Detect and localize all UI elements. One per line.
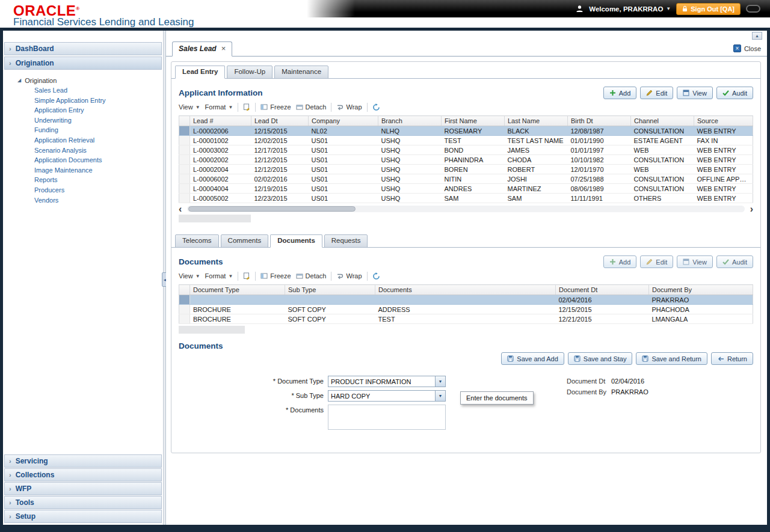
edit-button[interactable]: Edit: [640, 87, 673, 99]
oval-toggle-icon[interactable]: [746, 5, 760, 13]
column-header-company[interactable]: Company: [309, 116, 378, 126]
column-header-last-name[interactable]: Last Name: [505, 116, 568, 126]
tab-sales-lead[interactable]: Sales Lead ×: [172, 41, 232, 57]
column-header-document-type[interactable]: Document Type: [190, 285, 285, 295]
docs-refresh-icon[interactable]: [372, 272, 380, 280]
sub-type-select[interactable]: HARD COPY ▼: [328, 390, 446, 402]
scrollbar-thumb[interactable]: [188, 206, 356, 212]
close-button[interactable]: × Close: [733, 44, 761, 52]
docs-view-button[interactable]: View: [677, 255, 713, 268]
save-and-stay-button[interactable]: Save and Stay: [568, 352, 633, 365]
save-and-return-button[interactable]: Save and Return: [636, 352, 707, 365]
tab-requests[interactable]: Requests: [324, 234, 368, 248]
table-row[interactable]: L-0000200612/15/2015NL02NLHQROSEMARYBLAC…: [179, 126, 753, 136]
document-type-select[interactable]: PRODUCT INFORMATION ▼: [328, 376, 446, 387]
format-menu[interactable]: Format▼: [205, 103, 233, 111]
column-header-lead[interactable]: Lead #: [190, 116, 251, 126]
tree-expand-icon[interactable]: ◢: [17, 78, 21, 83]
docs-view-menu[interactable]: View▼: [179, 272, 200, 280]
table-row[interactable]: L-0000600202/02/2016US01USHQNITINJOSHI07…: [179, 174, 753, 184]
docs-format-menu[interactable]: Format▼: [205, 272, 233, 280]
sign-out-button[interactable]: Sign Out [QA]: [676, 3, 741, 15]
return-button[interactable]: Return: [711, 352, 753, 365]
column-header-document-by[interactable]: Document By: [649, 285, 753, 295]
row-selector[interactable]: [179, 305, 190, 314]
scroll-left-icon[interactable]: ‹: [179, 206, 182, 212]
sidebar-item-application-documents[interactable]: Application Documents: [3, 155, 163, 165]
table-row[interactable]: L-0000300212/17/2015US01USHQBONDJAMES01/…: [179, 145, 753, 155]
docs-add-button[interactable]: Add: [603, 255, 637, 268]
sidebar-item-funding[interactable]: Funding: [3, 125, 163, 135]
sidebar-item-image-maintenance[interactable]: Image Maintenance: [3, 165, 163, 176]
column-header-channel[interactable]: Channel: [631, 116, 694, 126]
sidebar-section-wfp[interactable]: › WFP: [4, 482, 162, 495]
export-icon[interactable]: [243, 103, 250, 111]
sidebar-section-collections[interactable]: › Collections: [4, 468, 162, 482]
row-selector[interactable]: [179, 314, 190, 324]
column-header-lead-dt[interactable]: Lead Dt: [251, 116, 309, 126]
sidebar-item-sales-lead[interactable]: Sales Lead: [3, 85, 163, 96]
detach-button[interactable]: Detach: [296, 103, 327, 111]
collapse-panel-button[interactable]: ▲: [752, 32, 762, 40]
column-header-birth-dt[interactable]: Birth Dt: [568, 116, 631, 126]
row-selector[interactable]: [179, 184, 190, 194]
docs-edit-button[interactable]: Edit: [640, 255, 673, 268]
row-selector[interactable]: [179, 295, 190, 305]
sidebar-item-producers[interactable]: Producers: [3, 185, 163, 195]
table-row[interactable]: BROCHURESOFT COPYTEST12/21/2015LMANGALA: [179, 314, 753, 324]
view-menu[interactable]: View▼: [179, 103, 200, 111]
sidebar-item-reports[interactable]: Reports: [3, 175, 163, 185]
tab-follow-up[interactable]: Follow-Up: [227, 66, 273, 79]
table-row[interactable]: L-0000200412/12/2015US01USHQBORENROBERT1…: [179, 165, 753, 174]
tree-node-origination[interactable]: ◢ Origination: [3, 75, 163, 85]
row-selector[interactable]: [179, 136, 190, 145]
table-row[interactable]: L-0000200212/12/2015US01USHQPHANINDRACHO…: [179, 155, 753, 165]
table-row[interactable]: 02/04/2016PRAKRRAO: [179, 295, 753, 305]
docs-export-icon[interactable]: [243, 272, 250, 280]
row-selector[interactable]: [179, 165, 190, 174]
row-selector[interactable]: [179, 174, 190, 184]
table-row[interactable]: BROCHURESOFT COPYADDRESS12/15/2015PHACHO…: [179, 305, 753, 314]
row-selector[interactable]: [179, 155, 190, 165]
docs-freeze-button[interactable]: Freeze: [260, 272, 291, 280]
wrap-button[interactable]: Wrap: [336, 103, 362, 111]
freeze-button[interactable]: Freeze: [260, 103, 291, 111]
sidebar-section-setup[interactable]: › Setup: [4, 510, 162, 523]
tab-lead-entry[interactable]: Lead Entry: [175, 66, 225, 79]
sidebar-section-dashboard[interactable]: › DashBoard: [4, 42, 162, 55]
docs-wrap-button[interactable]: Wrap: [336, 272, 362, 280]
sidebar-item-scenario-analysis[interactable]: Scenario Analysis: [3, 145, 163, 156]
refresh-icon[interactable]: [372, 103, 380, 111]
docs-detach-button[interactable]: Detach: [296, 272, 327, 280]
column-header-sub-type[interactable]: Sub Type: [285, 285, 375, 295]
scrollbar-track[interactable]: [187, 206, 744, 212]
sidebar-section-tools[interactable]: › Tools: [4, 496, 162, 509]
table-row[interactable]: L-0000100212/02/2015US01USHQTESTTEST LAS…: [179, 136, 753, 145]
tab-comments[interactable]: Comments: [221, 234, 269, 248]
column-header-first-name[interactable]: First Name: [442, 116, 505, 126]
sidebar-item-simple-application-entry[interactable]: Simple Application Entry: [3, 96, 163, 106]
audit-button[interactable]: Audit: [716, 87, 753, 99]
column-header-document-dt[interactable]: Document Dt: [556, 285, 649, 295]
column-header-branch[interactable]: Branch: [378, 116, 442, 126]
docs-audit-button[interactable]: Audit: [716, 255, 753, 268]
add-button[interactable]: Add: [603, 87, 637, 99]
documents-textarea[interactable]: [328, 405, 446, 430]
table-row[interactable]: L-0000500212/23/2015US01USHQSAMSAM11/11/…: [179, 194, 753, 203]
save-and-add-button[interactable]: Save and Add: [501, 352, 564, 365]
tab-maintenance[interactable]: Maintenance: [274, 66, 328, 79]
sidebar-item-underwriting[interactable]: Underwriting: [3, 115, 163, 126]
sidebar-item-vendors[interactable]: Vendors: [3, 195, 163, 206]
scroll-right-icon[interactable]: ›: [750, 206, 753, 212]
table-row[interactable]: L-0000400412/19/2015US01USHQANDRESMARTIN…: [179, 184, 753, 194]
tab-close-icon[interactable]: ×: [221, 46, 226, 52]
sidebar-section-servicing[interactable]: › Servicing: [4, 454, 162, 468]
sidebar-item-application-retrieval[interactable]: Application Retrieval: [3, 135, 163, 145]
column-header-documents[interactable]: Documents: [375, 285, 556, 295]
view-button[interactable]: View: [677, 87, 713, 99]
row-selector[interactable]: [179, 126, 190, 136]
tab-telecoms[interactable]: Telecoms: [175, 234, 219, 248]
user-menu[interactable]: Welcome, PRAKRRAO ▼: [589, 5, 671, 13]
column-header-source[interactable]: Source: [694, 116, 753, 126]
row-selector[interactable]: [179, 145, 190, 155]
